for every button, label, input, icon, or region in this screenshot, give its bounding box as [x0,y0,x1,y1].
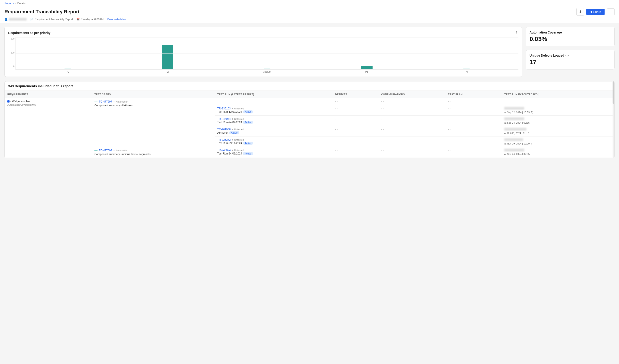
scrollbar-track [613,91,614,158]
req-cell-2 [5,147,92,158]
tr-name-326272: Test Run-29/11/2024 [217,142,242,145]
tr-id-row: TR-246074 Untested [217,149,330,152]
download-icon: ⬇ [579,10,582,14]
exec-user-326272 [504,138,523,141]
bar-p3 [361,66,373,69]
tc-name-1: Component summary - flakiness [94,104,212,107]
defects-dash-3: - - [332,116,379,126]
person-icon: 👤 [4,18,8,21]
bar-group-p3 [317,66,417,69]
scrollbar-thumb[interactable] [613,91,614,104]
defects-dash-2: - - [332,105,379,116]
meta-schedule: 📅 Everday at 0:00AM [76,18,103,21]
bar-p2 [162,45,173,69]
defects-dash-6: - - [332,147,379,158]
tr-name-row: Test Run-29/11/2024 Active [217,142,330,145]
meta-user-name [9,18,27,21]
calendar-icon: 📅 [76,18,80,21]
doc-icon: 📄 [30,18,33,21]
tr-id-row: TR-246074 Untested [217,117,330,121]
header-actions: ⬇ ◀ Share ⋮ [576,8,615,15]
y-label-0: 0 [8,65,14,68]
more-options-button[interactable]: ⋮ [607,8,615,15]
tr-status-235103: Untested [232,107,244,110]
exec-cell-261988: at Oct 09, 2024 | 01:19: [502,126,614,137]
tc-dot: • [113,100,114,103]
tr-name-246074b: Test Run-24/09/2024 [217,152,242,155]
bar-group-p1 [18,69,117,69]
table-row: — TC-477699 • Automation Component summa… [5,147,614,158]
req-meta-1: Automation Coverage: 0% [7,103,89,106]
automation-coverage-card: Automation Coverage 0.03% [526,27,615,46]
defects-dash-5: - - [332,137,379,147]
tr-cell-261988: TR-261988 Untested Abhishek Active [215,126,333,137]
table-header-columns: REQUIREMENTS TEST CASES TEST RUN (LATEST… [5,91,614,98]
dash-value: - - [217,100,220,103]
plan-dash-4: - - [445,126,502,137]
chart-plot-area: P1 P2 Medium P3 P0 [15,38,519,73]
download-button[interactable]: ⬇ [576,8,584,15]
col-test-plan: TEST PLAN [445,91,502,98]
automation-coverage-value: 0.03% [530,36,611,43]
breadcrumb: Reports › Details [4,2,615,6]
status-dot [232,108,233,109]
table-wrapper[interactable]: REQUIREMENTS TEST CASES TEST RUN (LATEST… [5,91,614,158]
grid-line-mid [15,54,519,54]
x-label-medium: Medium [217,70,317,73]
defects-dash-1: - - [332,98,379,105]
table-count: 343 Requirements included in this report [8,84,73,88]
table-header-row: 343 Requirements included in this report [5,82,614,91]
tr-id-246074b: TR-246074 [217,149,231,152]
y-label-100: 100 [8,52,14,54]
tr-cell-246074b: TR-246074 Untested Test Run-24/09/2024 A… [215,147,333,158]
table-body: - Widget number... Automation Coverage: … [5,98,614,158]
page-title: Requirement Traceability Report [4,9,80,15]
tc-dot-2: • [113,149,114,152]
col-executed-by: TEST RUN EXECUTED BY (L... [502,91,614,98]
status-dot [232,118,233,120]
config-dash-1: - - [379,98,445,105]
chart-title-label: Requirements as per priority [8,31,51,35]
bars-container [15,38,519,70]
config-dash-5: - - [379,137,445,147]
exec-user-246074 [504,117,524,120]
table-row: - Widget number... Automation Coverage: … [5,98,614,105]
tc-id-1: TC-477697 [99,100,112,103]
unique-defects-label: Unique Defects Logged i [530,54,611,57]
tc-header-1: — TC-477697 • Automation [94,100,212,103]
tr-cell-246074: TR-246074 Untested Test Run-24/09/2024 A… [215,116,333,126]
tr-status-246074b: Untested [232,149,244,152]
tc-name-2: Component summary - unique tests - segme… [94,153,212,156]
col-requirements: REQUIREMENTS [5,91,92,98]
charts-row: Requirements as per priority ⋮ 200 100 0 [4,27,615,77]
tr-id-326272: TR-326272 [217,138,231,141]
tr-name-261988: Abhishek [217,131,228,134]
info-icon[interactable]: i [565,54,569,57]
exec-user-tc2 [504,149,524,151]
meta-report-name: 📄 Requirement Traceability Report [30,18,73,21]
y-axis: 200 100 0 [8,38,14,68]
bar-group-p2 [117,45,217,69]
meta-user: 👤 [4,18,27,21]
exec-cell-dash: - - [502,98,614,105]
view-metadata-button[interactable]: View metadata ▾ [107,18,127,21]
tr-id-row: TR-326272 Untested [217,138,330,141]
config-dash-2: - - [379,105,445,116]
bar-medium [264,69,270,69]
tr-name-235103: Test Run-12/09/2024 [217,110,242,113]
bar-group-medium [217,69,317,69]
chart-more-button[interactable]: ⋮ [515,31,519,35]
exec-date-246074: at Sep 24, 2024 | 02:35: [504,121,612,124]
breadcrumb-parent[interactable]: Reports [4,2,14,5]
x-label-p1: P1 [17,70,117,73]
meta-report-label: Requirement Traceability Report [35,18,73,21]
x-labels-row: P1 P2 Medium P3 P0 [15,70,519,73]
share-button[interactable]: ◀ Share [586,9,605,15]
breadcrumb-separator: › [15,2,16,5]
tc-id-2: TC-477699 [99,149,112,152]
meta-schedule-label: Everday at 0:00AM [81,18,103,21]
exec-cell-326272: at Nov 29, 2024 | 12:29: T) [502,137,614,147]
plan-dash-5: - - [445,137,502,147]
unique-defects-card: Unique Defects Logged i 17 [526,50,615,70]
automation-coverage-title: Automation Coverage [530,31,562,34]
